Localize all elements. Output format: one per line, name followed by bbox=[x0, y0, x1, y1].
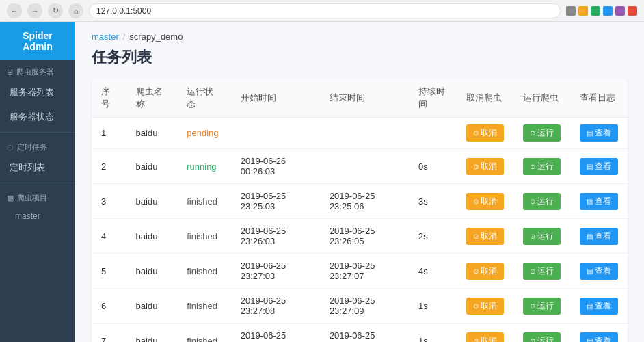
table-row: 3 baidu finished 2019-06-25 23:25:03 201… bbox=[92, 184, 628, 219]
log-button[interactable]: ▤ 查看 bbox=[580, 332, 618, 343]
run-button[interactable]: ⊙ 运行 bbox=[523, 158, 561, 175]
sidebar-item-master[interactable]: master bbox=[0, 206, 75, 226]
cancel-label: 取消 bbox=[481, 335, 497, 343]
breadcrumb-parent[interactable]: master bbox=[92, 31, 119, 42]
run-label: 运行 bbox=[537, 265, 554, 277]
log-label: 查看 bbox=[595, 196, 611, 207]
task-table-body: 1 baidu pending ⊙ 取消 ⊙ 运行 bbox=[92, 118, 628, 343]
col-name: 爬虫名称 bbox=[126, 79, 178, 118]
log-button[interactable]: ▤ 查看 bbox=[580, 158, 618, 175]
breadcrumb-separator: / bbox=[123, 31, 126, 42]
cancel-button[interactable]: ⊙ 取消 bbox=[466, 298, 504, 315]
cell-duration: 2s bbox=[409, 219, 457, 254]
cell-cancel: ⊙ 取消 bbox=[457, 118, 513, 149]
page-title: 任务列表 bbox=[75, 44, 644, 79]
log-button[interactable]: ▤ 查看 bbox=[580, 263, 618, 280]
cell-start: 2019-06-25 23:27:08 bbox=[231, 289, 320, 324]
cell-status: finished bbox=[177, 219, 230, 254]
cancel-button[interactable]: ⊙ 取消 bbox=[466, 158, 504, 175]
extension-icon-3 bbox=[591, 6, 600, 16]
col-duration: 持续时间 bbox=[409, 79, 457, 118]
cell-id: 1 bbox=[92, 118, 126, 149]
url-bar[interactable]: 127.0.0.1:5000 bbox=[89, 3, 561, 18]
cell-duration: 1s bbox=[409, 324, 457, 343]
run-button[interactable]: ⊙ 运行 bbox=[523, 124, 561, 142]
reload-button[interactable]: ↻ bbox=[48, 3, 63, 18]
cancel-button[interactable]: ⊙ 取消 bbox=[466, 263, 504, 280]
cancel-button[interactable]: ⊙ 取消 bbox=[466, 332, 504, 343]
cell-duration: 3s bbox=[409, 184, 457, 219]
cell-end: 2019-06-25 23:27:07 bbox=[320, 254, 409, 289]
log-label: 查看 bbox=[595, 231, 611, 242]
run-label: 运行 bbox=[537, 127, 554, 139]
cancel-label: 取消 bbox=[481, 231, 497, 242]
cancel-button[interactable]: ⊙ 取消 bbox=[466, 228, 504, 245]
cell-start: 2019-06-25 23:26:03 bbox=[231, 219, 320, 254]
sidebar-section-label-scheduled: 定时任务 bbox=[17, 142, 47, 153]
chart-icon: ▩ bbox=[7, 194, 14, 202]
breadcrumb: master / scrapy_demo bbox=[75, 22, 644, 44]
cell-cancel: ⊙ 取消 bbox=[457, 254, 513, 289]
cancel-icon: ⊙ bbox=[473, 302, 479, 310]
forward-button[interactable]: → bbox=[27, 3, 42, 18]
table-row: 1 baidu pending ⊙ 取消 ⊙ 运行 bbox=[92, 118, 628, 149]
cell-id: 5 bbox=[92, 254, 126, 289]
table-row: 4 baidu finished 2019-06-25 23:26:03 201… bbox=[92, 219, 628, 254]
cell-duration: 4s bbox=[409, 254, 457, 289]
cell-log: ▤ 查看 bbox=[570, 118, 628, 149]
table-header-row: 序号 爬虫名称 运行状态 开始时间 结束时间 持续时间 取消爬虫 运行爬虫 查看… bbox=[92, 79, 628, 118]
sidebar-item-label-server-list: 服务器列表 bbox=[10, 86, 54, 98]
run-button[interactable]: ⊙ 运行 bbox=[523, 193, 561, 210]
log-button[interactable]: ▤ 查看 bbox=[580, 193, 618, 210]
log-label: 查看 bbox=[595, 127, 611, 139]
log-button[interactable]: ▤ 查看 bbox=[580, 228, 618, 245]
cancel-icon: ⊙ bbox=[473, 198, 479, 205]
log-icon: ▤ bbox=[587, 129, 593, 137]
run-button[interactable]: ⊙ 运行 bbox=[523, 298, 561, 315]
cancel-icon: ⊙ bbox=[473, 233, 479, 240]
back-button[interactable]: ← bbox=[7, 3, 22, 18]
cell-run: ⊙ 运行 bbox=[513, 149, 570, 184]
browser-chrome: ← → ↻ ⌂ 127.0.0.1:5000 bbox=[0, 0, 644, 22]
run-icon: ⊙ bbox=[530, 129, 535, 137]
sidebar-section-label-crawlers: 爬虫服务器 bbox=[16, 67, 54, 77]
col-status: 运行状态 bbox=[177, 79, 230, 118]
extension-icon-6 bbox=[628, 6, 637, 16]
cell-log: ▤ 查看 bbox=[570, 184, 628, 219]
log-button[interactable]: ▤ 查看 bbox=[580, 124, 618, 142]
cancel-button[interactable]: ⊙ 取消 bbox=[466, 193, 504, 210]
run-label: 运行 bbox=[537, 161, 554, 172]
table-row: 5 baidu finished 2019-06-25 23:27:03 201… bbox=[92, 254, 628, 289]
sidebar-item-server-list[interactable]: 服务器列表 bbox=[0, 80, 75, 105]
run-button[interactable]: ⊙ 运行 bbox=[523, 263, 561, 280]
table-row: 6 baidu finished 2019-06-25 23:27:08 201… bbox=[92, 289, 628, 324]
log-button[interactable]: ▤ 查看 bbox=[580, 298, 618, 315]
run-button[interactable]: ⊙ 运行 bbox=[523, 228, 561, 245]
main-content: master / scrapy_demo 任务列表 序号 爬虫名称 运行状态 开… bbox=[75, 22, 644, 342]
run-icon: ⊙ bbox=[530, 163, 535, 170]
cancel-label: 取消 bbox=[481, 265, 497, 277]
cell-start: 2019-06-25 23:27:03 bbox=[231, 254, 320, 289]
extension-icon-1 bbox=[566, 6, 576, 16]
col-cancel: 取消爬虫 bbox=[457, 79, 513, 118]
cancel-icon: ⊙ bbox=[473, 337, 479, 343]
cell-end bbox=[320, 118, 409, 149]
cell-run: ⊙ 运行 bbox=[513, 324, 570, 343]
task-table-container: 序号 爬虫名称 运行状态 开始时间 结束时间 持续时间 取消爬虫 运行爬虫 查看… bbox=[92, 79, 628, 342]
sidebar-item-scheduled-list[interactable]: 定时列表 bbox=[0, 155, 75, 180]
run-button[interactable]: ⊙ 运行 bbox=[523, 332, 561, 343]
log-label: 查看 bbox=[595, 335, 611, 343]
sidebar-section-projects: ▩ 爬虫项目 bbox=[0, 186, 75, 206]
log-icon: ▤ bbox=[587, 302, 593, 310]
sidebar-item-server-status[interactable]: 服务器状态 bbox=[0, 105, 75, 129]
run-label: 运行 bbox=[537, 196, 554, 207]
cancel-button[interactable]: ⊙ 取消 bbox=[466, 124, 504, 142]
run-icon: ⊙ bbox=[530, 302, 535, 310]
cancel-label: 取消 bbox=[481, 196, 497, 207]
cell-start: 2019-06-25 23:28:08 bbox=[231, 324, 320, 343]
cell-cancel: ⊙ 取消 bbox=[457, 184, 513, 219]
home-button[interactable]: ⌂ bbox=[68, 3, 83, 18]
grid-icon: ⊞ bbox=[7, 68, 13, 77]
run-label: 运行 bbox=[537, 231, 554, 242]
cell-log: ▤ 查看 bbox=[570, 254, 628, 289]
